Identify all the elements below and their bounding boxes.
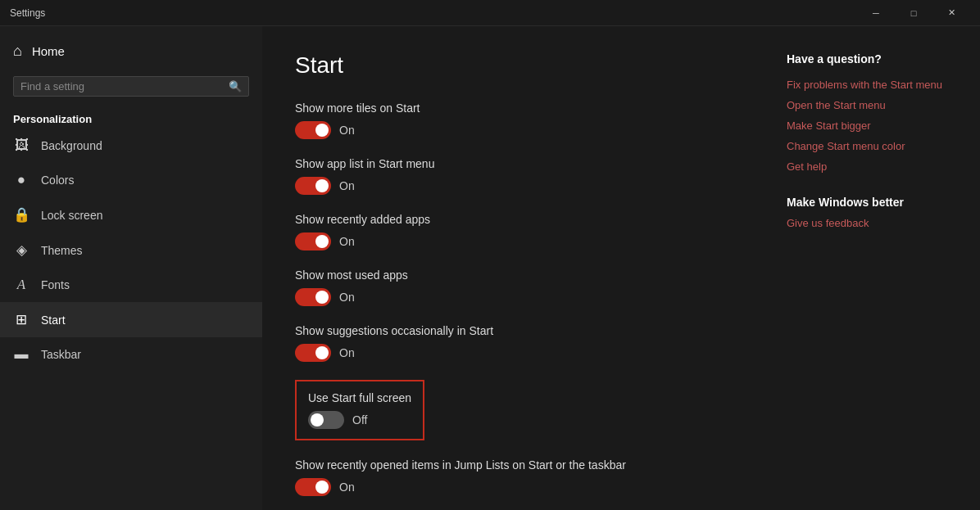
toggle-thumb	[315, 179, 329, 192]
toggle-thumb	[315, 291, 329, 304]
setting-label: Show recently opened items in Jump Lists…	[295, 458, 734, 472]
setting-label: Show recently added apps	[295, 213, 734, 226]
setting-label: Show app list in Start menu	[295, 157, 734, 170]
sidebar-item-background[interactable]: 🖼 Background	[0, 129, 262, 163]
help-title: Have a question?	[787, 52, 960, 65]
sidebar-section-label: Personalization	[0, 106, 262, 129]
toggle-state: On	[339, 481, 355, 494]
help-link-open[interactable]: Open the Start menu	[787, 99, 960, 111]
sidebar-home[interactable]: ⌂ Home	[0, 33, 262, 70]
highlighted-setting-box: Use Start full screen Off	[295, 380, 424, 440]
toggle-recently-added[interactable]	[295, 232, 331, 250]
toggle-thumb	[315, 346, 329, 359]
close-button[interactable]: ✕	[932, 0, 970, 26]
toggle-row: Off	[308, 411, 411, 429]
toggle-row: On	[295, 344, 734, 362]
toggle-thumb	[315, 481, 329, 494]
sidebar-item-label: Themes	[41, 244, 83, 257]
sidebar-item-lock-screen[interactable]: 🔒 Lock screen	[0, 197, 262, 232]
setting-app-list: Show app list in Start menu On	[295, 157, 734, 195]
colors-icon: ●	[13, 172, 29, 188]
toggle-thumb	[315, 235, 329, 248]
toggle-state: On	[339, 346, 355, 359]
main-panel: Start Show more tiles on Start On Show a…	[262, 26, 767, 510]
titlebar-title: Settings	[10, 7, 857, 19]
sidebar: ⌂ Home 🔍 Personalization 🖼 Background ● …	[0, 26, 262, 510]
start-icon: ⊞	[13, 311, 29, 328]
toggle-thumb	[311, 413, 324, 427]
titlebar-controls: ─ □ ✕	[857, 0, 970, 26]
help-link-color[interactable]: Change Start menu color	[787, 140, 960, 152]
app-body: ⌂ Home 🔍 Personalization 🖼 Background ● …	[0, 26, 980, 510]
sidebar-item-label: Colors	[41, 174, 74, 187]
lock-icon: 🔒	[13, 206, 29, 223]
setting-recently-added: Show recently added apps On	[295, 213, 734, 250]
setting-label: Show most used apps	[295, 269, 734, 282]
background-icon: 🖼	[13, 138, 29, 154]
setting-recently-opened: Show recently opened items in Jump Lists…	[295, 458, 734, 496]
sidebar-item-start[interactable]: ⊞ Start	[0, 302, 262, 337]
sidebar-item-fonts[interactable]: A Fonts	[0, 268, 262, 302]
toggle-row: On	[295, 121, 734, 139]
toggle-recently-opened[interactable]	[295, 478, 331, 496]
minimize-button[interactable]: ─	[857, 0, 895, 26]
toggle-most-used[interactable]	[295, 288, 331, 306]
sidebar-item-themes[interactable]: ◈ Themes	[0, 232, 262, 268]
setting-label: Show suggestions occasionally in Start	[295, 324, 734, 337]
feedback-link[interactable]: Give us feedback	[787, 217, 960, 229]
sidebar-item-label: Lock screen	[41, 209, 102, 222]
search-icon: 🔍	[229, 80, 242, 93]
taskbar-icon: ▬	[13, 346, 29, 363]
toggle-thumb	[315, 124, 329, 137]
search-input[interactable]	[20, 80, 224, 93]
setting-more-tiles: Show more tiles on Start On	[295, 102, 734, 139]
toggle-state: On	[339, 235, 355, 248]
help-link-bigger[interactable]: Make Start bigger	[787, 120, 960, 132]
titlebar: Settings ─ □ ✕	[0, 0, 980, 26]
toggle-row: On	[295, 177, 734, 195]
toggle-full-screen[interactable]	[308, 411, 344, 429]
sidebar-item-colors[interactable]: ● Colors	[0, 163, 262, 197]
toggle-row: On	[295, 478, 734, 496]
themes-icon: ◈	[13, 241, 29, 259]
right-panel: Have a question? Fix problems with the S…	[767, 26, 980, 510]
sidebar-item-label: Start	[41, 314, 66, 327]
windows-better-title: Make Windows better	[787, 196, 960, 209]
toggle-app-list[interactable]	[295, 177, 331, 195]
toggle-row: On	[295, 288, 734, 306]
toggle-more-tiles[interactable]	[295, 121, 331, 139]
setting-suggestions: Show suggestions occasionally in Start O…	[295, 324, 734, 362]
search-box[interactable]: 🔍	[13, 76, 249, 97]
toggle-row: On	[295, 232, 734, 250]
toggle-state: On	[339, 179, 355, 192]
toggle-state: Off	[352, 413, 367, 427]
toggle-state: On	[339, 124, 355, 137]
highlighted-setting-label: Use Start full screen	[308, 391, 411, 404]
sidebar-item-label: Taskbar	[41, 348, 81, 361]
content: Start Show more tiles on Start On Show a…	[262, 26, 980, 510]
sidebar-item-taskbar[interactable]: ▬ Taskbar	[0, 337, 262, 372]
sidebar-item-label: Fonts	[41, 278, 70, 291]
toggle-suggestions[interactable]	[295, 344, 331, 362]
setting-label: Show more tiles on Start	[295, 102, 734, 115]
toggle-state: On	[339, 291, 355, 304]
maximize-button[interactable]: □	[895, 0, 932, 26]
page-title: Start	[295, 52, 734, 79]
setting-most-used: Show most used apps On	[295, 269, 734, 306]
help-link-help[interactable]: Get help	[787, 160, 960, 173]
fonts-icon: A	[13, 277, 29, 293]
help-link-fix[interactable]: Fix problems with the Start menu	[787, 79, 960, 91]
home-label: Home	[32, 44, 65, 58]
sidebar-item-label: Background	[41, 139, 102, 152]
home-icon: ⌂	[13, 43, 22, 60]
